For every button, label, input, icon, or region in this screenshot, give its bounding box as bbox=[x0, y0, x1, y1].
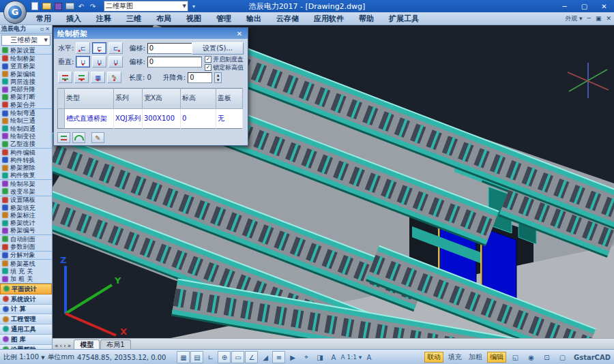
edit-toggle[interactable]: 编辑 bbox=[487, 352, 506, 363]
minimize-button[interactable]: ─ bbox=[555, 0, 574, 12]
tray-style-button-1[interactable] bbox=[58, 72, 72, 83]
annotation-scale-dropdown[interactable]: A 1:1 ▾ bbox=[340, 354, 362, 361]
vertical-align-middle-button[interactable]: ⊔ bbox=[92, 56, 106, 67]
ribbon-tab[interactable]: 插入 bbox=[59, 13, 89, 25]
dynamic-ucs-icon[interactable]: ◢ bbox=[259, 351, 272, 363]
sidebar-nav-button[interactable]: 图 库 bbox=[0, 335, 52, 345]
ribbon-tab[interactable]: 常用 bbox=[29, 13, 59, 25]
dialog-title-bar[interactable]: 绘制桥架 ✕ bbox=[54, 28, 248, 39]
sidebar-item[interactable]: 桥架设置 bbox=[0, 46, 52, 55]
layout-tab[interactable]: 布局1 bbox=[100, 339, 130, 350]
autoscale-icon[interactable]: A bbox=[362, 351, 375, 363]
fill-toggle[interactable]: 填充 bbox=[446, 352, 464, 362]
redo-icon[interactable]: ↷ bbox=[88, 2, 98, 11]
layout-tab[interactable]: 模型 bbox=[74, 339, 100, 350]
grid-mode-button[interactable]: ▦ bbox=[91, 72, 105, 83]
mdi-restore-button[interactable]: ▣ bbox=[596, 15, 602, 22]
fullscreen-icon[interactable]: ⊡ bbox=[540, 351, 553, 363]
ribbon-tab[interactable]: 三维 bbox=[119, 13, 149, 25]
dynamic-input-icon[interactable]: ≡ bbox=[272, 351, 285, 363]
bold-toggle[interactable]: 加粗 bbox=[467, 352, 484, 362]
bulb-icon[interactable]: ◉ bbox=[525, 351, 538, 363]
ribbon-tab[interactable]: 注释 bbox=[89, 13, 119, 25]
angle-spinner[interactable]: ▲▼ bbox=[214, 72, 222, 83]
last-tab-icon[interactable]: » bbox=[68, 342, 72, 349]
sidebar-nav-button[interactable]: 平面设计 bbox=[0, 284, 52, 294]
ribbon-tab[interactable]: 输出 bbox=[239, 13, 269, 25]
sidebar-item[interactable]: 构件恢复 bbox=[0, 172, 52, 180]
horizontal-align-left-button[interactable]: ⊏ bbox=[76, 42, 90, 54]
sidebar-item[interactable]: 桥架编号 bbox=[0, 227, 52, 235]
linkage-toggle[interactable]: 联动 bbox=[424, 352, 443, 363]
sidebar-nav-button[interactable]: 系统设计 bbox=[0, 294, 52, 305]
annotation-visibility-icon[interactable]: A bbox=[327, 351, 340, 363]
horizontal-align-right-button[interactable]: ⊏ bbox=[108, 42, 123, 54]
vertical-align-top-button[interactable]: ⊔ bbox=[108, 56, 123, 67]
appearance-menu[interactable]: 外观 ▾ bbox=[565, 14, 582, 23]
open-file-icon[interactable] bbox=[42, 2, 51, 11]
vertical-align-bottom-button[interactable]: ⊔ bbox=[76, 56, 90, 67]
restore-button[interactable]: ▢ bbox=[574, 0, 594, 12]
undo-icon[interactable]: ↶ bbox=[76, 2, 86, 11]
qat-customize-icon[interactable]: ▾ bbox=[192, 3, 195, 10]
category-dropdown[interactable]: 三维桥架 ▼ bbox=[1, 35, 50, 46]
prev-tab-icon[interactable]: ‹ bbox=[60, 342, 63, 349]
clean-screen-icon[interactable]: ▢ bbox=[556, 351, 569, 363]
ribbon-tab[interactable]: 应用软件 bbox=[306, 13, 351, 25]
ortho-icon[interactable]: ∟ bbox=[204, 351, 217, 363]
offset-v-input[interactable] bbox=[147, 57, 202, 67]
sidebar-item[interactable]: 桥架打断 bbox=[0, 93, 52, 101]
new-file-icon[interactable] bbox=[30, 2, 40, 11]
angle-input[interactable] bbox=[188, 72, 212, 83]
sidebar-item[interactable]: 绘制三通 bbox=[0, 117, 52, 125]
dial-checkbox[interactable]: ✓ 开启刻度盘 bbox=[205, 56, 244, 63]
lineweight-icon[interactable]: ▶ bbox=[286, 351, 299, 363]
ribbon-tab[interactable]: 管理 bbox=[209, 13, 239, 25]
selection-cycling-icon[interactable]: ◨ bbox=[313, 351, 326, 363]
ribbon-tab[interactable]: 云存储 bbox=[269, 13, 306, 25]
quick-properties-icon[interactable]: ⌖ bbox=[299, 351, 312, 363]
close-button[interactable]: ✕ bbox=[594, 0, 614, 12]
sidebar-item[interactable]: 桥架编辑 bbox=[0, 70, 52, 78]
workspace-dropdown[interactable]: 二维草图 ▼ bbox=[104, 1, 188, 12]
sidebar-item[interactable]: 加 粗 关 bbox=[0, 275, 52, 283]
horizontal-align-center-button[interactable]: ⊏ bbox=[92, 42, 106, 54]
match-brush-button[interactable]: ✎ bbox=[107, 72, 121, 83]
sidebar-item[interactable]: 竖直桥架 bbox=[0, 63, 52, 70]
lock-elevation-checkbox[interactable]: ✓ 锁定标高值 bbox=[205, 64, 244, 71]
ribbon-tab[interactable]: 帮助 bbox=[351, 13, 381, 25]
save-icon[interactable] bbox=[53, 2, 63, 11]
sidebar-nav-button[interactable]: 工程管理 bbox=[0, 314, 52, 324]
tray-style-button-2[interactable] bbox=[74, 72, 89, 83]
polar-tracking-icon[interactable]: ⊕ bbox=[218, 351, 231, 363]
app-logo-icon[interactable]: G bbox=[3, 1, 27, 24]
scale-dropdown[interactable]: 比例 1:100 ▼ bbox=[3, 352, 45, 362]
settings-button[interactable]: 设置(S)... bbox=[192, 42, 244, 55]
sidebar-item[interactable]: 乙型连接 bbox=[0, 140, 52, 149]
palette-close-icon[interactable]: ✕ bbox=[44, 26, 50, 32]
snap-icon[interactable]: ▦ bbox=[177, 351, 190, 363]
first-tab-icon[interactable]: « bbox=[55, 342, 59, 349]
sidebar-item[interactable]: 桥架合并 bbox=[0, 101, 52, 109]
next-tab-icon[interactable]: › bbox=[63, 342, 66, 349]
sidebar-item[interactable]: 分解对象 bbox=[0, 252, 52, 260]
sidebar-nav-button[interactable]: 计 算 bbox=[0, 305, 52, 315]
xref-icon[interactable]: ◱ bbox=[509, 351, 522, 363]
object-snap-icon[interactable]: ▭ bbox=[231, 351, 244, 363]
mdi-close-button[interactable]: ✕ bbox=[606, 15, 611, 22]
grid-icon[interactable]: ▤ bbox=[190, 351, 203, 363]
sidebar-item[interactable]: 桥架填充 bbox=[0, 204, 52, 211]
sidebar-nav-button[interactable]: 通用工具 bbox=[0, 324, 52, 335]
tray-arc-mode-icon[interactable] bbox=[72, 132, 85, 143]
dialog-close-icon[interactable]: ✕ bbox=[235, 29, 244, 37]
plot-icon[interactable] bbox=[65, 2, 74, 11]
ribbon-tab[interactable]: 视图 bbox=[179, 13, 209, 25]
sidebar-item[interactable]: 设置隔板 bbox=[0, 196, 52, 204]
table-row[interactable]: 槽式直通桥架 XQJ系列 300X100 0 无 bbox=[58, 108, 243, 129]
sidebar-item[interactable]: 构件编辑 bbox=[0, 149, 52, 156]
ribbon-tab[interactable]: 扩展工具 bbox=[381, 13, 426, 25]
brush-icon[interactable]: ✎ bbox=[91, 132, 104, 143]
pin-icon[interactable]: ▫ bbox=[40, 26, 44, 32]
tray-list-mode-icon[interactable] bbox=[57, 132, 70, 143]
ribbon-tab[interactable]: 布局 bbox=[149, 13, 179, 25]
